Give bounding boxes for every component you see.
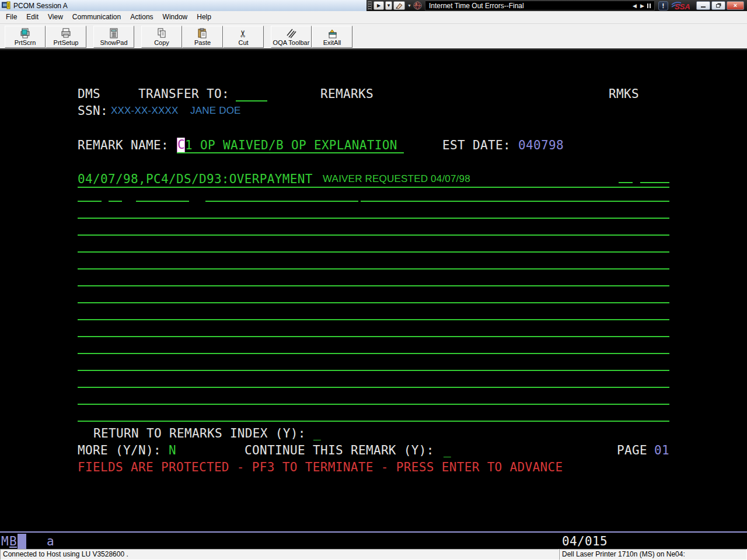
- protected-fields-message: FIELDS ARE PROTECTED - PF3 TO TERMINATE …: [78, 460, 563, 474]
- toolbar-group: PrtScrnPrtSetup: [5, 26, 86, 48]
- remark-ruled-line[interactable]: [78, 218, 669, 219]
- title-bar: PCOM Session A ▶ ▼ ▼ Interne: [0, 0, 747, 11]
- print-screen-icon: [19, 27, 31, 39]
- remark-ruled-line[interactable]: [78, 421, 669, 422]
- menu-actions[interactable]: Actions: [125, 11, 158, 23]
- embedded-toolbar: ▶ ▼ ▼ Internet Time Out Errors--Final ◀: [366, 0, 747, 11]
- person-name: JANE DOE: [190, 105, 241, 117]
- toolbar-button-label: Copy: [154, 39, 169, 46]
- alert-button[interactable]: !: [658, 1, 668, 10]
- oia-indicator-b: B: [9, 534, 17, 548]
- page-label: PAGE: [617, 443, 647, 457]
- page-value: 01: [654, 443, 669, 457]
- scissors-icon: ✂: [239, 27, 247, 39]
- remark-ruled-line[interactable]: [78, 235, 669, 236]
- toolbar: PrtScrnPrtSetupShowPadCopyPaste✂CutOQA T…: [0, 24, 747, 50]
- remark-ruled-line[interactable]: [78, 268, 669, 270]
- status-bar: Connected to Host using LU V3528600 . De…: [0, 549, 747, 560]
- text-cursor-block[interactable]: C: [177, 138, 185, 152]
- menu-window[interactable]: Window: [158, 11, 193, 23]
- pause-icon[interactable]: [647, 4, 651, 8]
- doc-title: Internet Time Out Errors--Final: [425, 2, 631, 10]
- printer-setup-icon: [60, 27, 72, 39]
- oia-indicator-m: M: [1, 534, 9, 548]
- redacted-text-fragment: [619, 182, 633, 183]
- pcom-window: PCOM Session A ▶ ▼ ▼ Interne: [0, 0, 747, 560]
- toolbar-exitall-button[interactable]: ExitAll: [312, 26, 352, 48]
- menu-help[interactable]: Help: [192, 11, 216, 23]
- play-button[interactable]: ▶: [374, 1, 384, 10]
- toolbar-button-label: ExitAll: [323, 39, 341, 46]
- toolbar-paste-button[interactable]: Paste: [182, 26, 223, 48]
- toolbar-cut-button[interactable]: ✂Cut: [223, 26, 264, 48]
- ssn-value: XXX-XX-XXXX: [111, 105, 179, 117]
- est-date-value: 040798: [518, 138, 564, 152]
- return-to-index-label: RETURN TO REMARKS INDEX (Y):: [93, 426, 306, 440]
- toolbar-prtscrn-button[interactable]: PrtScrn: [5, 26, 46, 48]
- remark-name-underline[interactable]: [177, 152, 404, 153]
- hatch-icon: [285, 27, 297, 39]
- remark-line-1[interactable]: 04/07/98,PC4/DS/D93:OVERPAYMENT: [78, 172, 313, 186]
- menu-file[interactable]: File: [1, 11, 22, 23]
- ssa-logo-text: SSA: [675, 2, 690, 10]
- connection-status: Connected to Host using LU V3528600 .: [0, 549, 559, 560]
- more-value[interactable]: N: [169, 443, 176, 457]
- menu-bar: FileEditViewCommunicationActionsWindowHe…: [0, 11, 747, 24]
- remark-ruled-line[interactable]: [78, 251, 669, 253]
- terminal-screen: DMS TRANSFER TO: REMARKS RMKS SSN: XXX-X…: [0, 50, 747, 531]
- toolbar-oqa-toolbar-button[interactable]: OQA Toolbar: [271, 26, 312, 48]
- globe-icon[interactable]: [413, 1, 422, 10]
- oia-session-id: a: [47, 534, 54, 548]
- nav-back-icon[interactable]: ◀: [633, 3, 637, 9]
- remark-ruled-line[interactable]: [78, 336, 669, 337]
- keypad-icon: [109, 27, 119, 39]
- remark-ruled-line[interactable]: [78, 404, 669, 405]
- remark-ruled-line-segment[interactable]: [78, 201, 102, 202]
- remark-ruled-line[interactable]: [78, 370, 669, 371]
- remark-ruled-line-segment[interactable]: [109, 201, 122, 202]
- remark-ruled-line-segment[interactable]: [361, 201, 669, 202]
- toolbar-button-label: Cut: [238, 39, 248, 46]
- chevron-down-icon[interactable]: ▼: [407, 4, 411, 8]
- remark-name-value[interactable]: 1 OP WAIVED/B OP EXPLANATION: [185, 138, 397, 152]
- paste-icon: [197, 27, 208, 39]
- minimize-button[interactable]: [696, 1, 710, 10]
- play-dropdown-icon[interactable]: ▼: [385, 1, 392, 10]
- toolbar-button-label: PrtScrn: [15, 39, 36, 46]
- copy-icon: [156, 27, 167, 39]
- ssn-label: SSN:: [78, 104, 108, 118]
- printer-status: Dell Laser Printer 1710n (MS) on Ne04:: [559, 549, 747, 560]
- remark-ruled-line-segment[interactable]: [136, 201, 189, 202]
- remark-ruled-line[interactable]: [78, 353, 669, 354]
- remark-ruled-line[interactable]: [78, 285, 669, 286]
- menu-view[interactable]: View: [43, 11, 68, 23]
- more-label: MORE (Y/N):: [78, 443, 161, 457]
- toolbar-copy-button[interactable]: Copy: [141, 26, 182, 48]
- screen-code: RMKS: [609, 87, 639, 101]
- est-date-label: EST DATE:: [442, 138, 511, 152]
- remark-name-label: REMARK NAME:: [78, 138, 169, 152]
- nav-forward-icon[interactable]: ▶: [640, 3, 644, 9]
- continue-remark-field[interactable]: _: [444, 443, 451, 457]
- transfer-to-field[interactable]: [236, 100, 267, 102]
- screen-title: REMARKS: [320, 87, 374, 101]
- remark-line-underline[interactable]: [78, 187, 669, 188]
- toolbar-showpad-button[interactable]: ShowPad: [93, 26, 134, 48]
- close-button[interactable]: ×: [727, 1, 744, 10]
- toolbar-prtsetup-button[interactable]: PrtSetup: [46, 26, 86, 48]
- transfer-to-label: TRANSFER TO:: [138, 87, 229, 101]
- remark-ruled-line-segment[interactable]: [205, 201, 358, 202]
- oia-cursor-block: [18, 534, 26, 549]
- return-to-index-field[interactable]: _: [313, 426, 321, 440]
- toolbar-button-label: PrtSetup: [54, 39, 79, 46]
- toolbar-button-label: OQA Toolbar: [273, 39, 310, 46]
- ink-annotate-icon[interactable]: [393, 1, 405, 10]
- remark-ruled-line[interactable]: [78, 387, 669, 388]
- restore-button[interactable]: [711, 1, 725, 10]
- toolbar-grip-handle[interactable]: [368, 1, 372, 10]
- remark-ruled-line[interactable]: [78, 302, 669, 303]
- window-title: PCOM Session A: [13, 2, 68, 10]
- remark-ruled-line[interactable]: [78, 319, 669, 320]
- menu-edit[interactable]: Edit: [22, 11, 43, 23]
- menu-communication[interactable]: Communication: [68, 11, 125, 23]
